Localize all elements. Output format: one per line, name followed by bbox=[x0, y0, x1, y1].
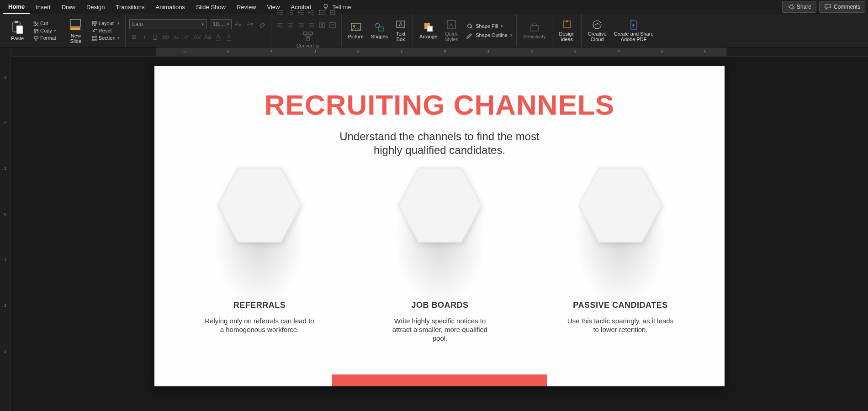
tab-slideshow[interactable]: Slide Show bbox=[191, 1, 231, 13]
align-right-button[interactable] bbox=[296, 20, 306, 30]
justify-button[interactable] bbox=[307, 20, 317, 30]
paste-button[interactable]: Paste bbox=[7, 19, 27, 42]
svg-text:A: A bbox=[399, 21, 402, 28]
svg-point-15 bbox=[277, 10, 278, 11]
shape-outline-button[interactable]: Shape Outline▾ bbox=[466, 31, 513, 39]
svg-point-28 bbox=[353, 25, 355, 27]
superscript-button[interactable]: x² bbox=[182, 32, 192, 42]
clear-format-button[interactable] bbox=[257, 19, 267, 29]
slide-title[interactable]: RECRUITING CHANNELS bbox=[154, 89, 725, 121]
subscript-button[interactable]: x₂ bbox=[171, 32, 181, 42]
quick-styles-button[interactable]: A QuickStyles bbox=[442, 18, 461, 43]
svg-rect-22 bbox=[323, 23, 324, 27]
share-icon bbox=[787, 3, 794, 11]
share-button[interactable]: Share bbox=[782, 1, 816, 13]
paste-label: Paste bbox=[11, 36, 24, 41]
tab-animations[interactable]: Animations bbox=[150, 1, 191, 13]
comment-icon bbox=[824, 3, 831, 11]
svg-rect-38 bbox=[531, 26, 538, 31]
bucket-icon bbox=[466, 22, 473, 30]
font-name-field[interactable]: Lato▾ bbox=[129, 19, 207, 29]
spacing-icon bbox=[318, 9, 326, 16]
columns-icon bbox=[318, 21, 326, 29]
group-font: Lato▾ 10....▾ A▴ A▾ B I U ab x₂ x² AV Aa… bbox=[126, 14, 271, 47]
text-direction-button[interactable] bbox=[328, 7, 338, 17]
shapes-button[interactable]: Shapes bbox=[368, 21, 391, 40]
svg-rect-34 bbox=[427, 26, 433, 32]
tab-design[interactable]: Design bbox=[81, 1, 110, 13]
svg-text:3: 3 bbox=[287, 13, 289, 16]
justify-icon bbox=[308, 21, 315, 29]
copy-button[interactable]: Copy▾ bbox=[31, 27, 58, 34]
decrease-indent-button[interactable] bbox=[296, 7, 306, 17]
cut-button[interactable]: Cut bbox=[31, 20, 58, 26]
reset-button[interactable]: Reset bbox=[90, 27, 122, 34]
textbox-button[interactable]: A TextBox bbox=[392, 18, 409, 43]
adobe-pdf-button[interactable]: Create and ShareAdobe PDF bbox=[611, 18, 656, 43]
creative-cloud-icon bbox=[592, 19, 603, 30]
indent-icon bbox=[308, 9, 315, 16]
align-text-button[interactable] bbox=[328, 20, 338, 30]
svg-point-37 bbox=[471, 26, 472, 28]
creative-cloud-button[interactable]: CreativeCloud bbox=[585, 18, 609, 43]
font-size-field[interactable]: 10....▾ bbox=[211, 19, 232, 29]
decrease-font-button[interactable]: A▾ bbox=[245, 19, 255, 29]
svg-point-40 bbox=[593, 21, 601, 29]
strike-button[interactable]: ab bbox=[161, 32, 171, 42]
column-jobboards[interactable]: JOB BOARDS Write highly specific notices… bbox=[358, 166, 522, 342]
svg-rect-26 bbox=[306, 37, 310, 40]
sensitivity-button[interactable]: Sensitivity bbox=[520, 21, 549, 40]
align-left-button[interactable] bbox=[275, 20, 285, 30]
comments-label: Comments bbox=[834, 4, 860, 10]
pen-icon bbox=[466, 32, 473, 39]
textbox-icon: A bbox=[395, 19, 406, 30]
tab-draw[interactable]: Draw bbox=[56, 1, 81, 13]
numbering-button[interactable]: 123 bbox=[286, 7, 296, 17]
svg-marker-41 bbox=[218, 168, 301, 242]
comments-button[interactable]: Comments bbox=[819, 1, 865, 13]
increase-font-button[interactable]: A▴ bbox=[233, 19, 243, 29]
font-color-button[interactable]: A bbox=[224, 32, 234, 42]
slide-canvas[interactable]: RECRUITING CHANNELS Understand the chann… bbox=[154, 66, 725, 386]
increase-indent-button[interactable] bbox=[307, 7, 317, 17]
layout-button[interactable]: Layout▾ bbox=[90, 20, 122, 26]
svg-rect-6 bbox=[34, 29, 38, 33]
tab-insert[interactable]: Insert bbox=[30, 1, 56, 13]
design-ideas-button[interactable]: DesignIdeas bbox=[556, 18, 577, 43]
arrange-button[interactable]: Arrange bbox=[417, 21, 440, 40]
shape-fill-button[interactable]: Shape Fill▾ bbox=[466, 22, 513, 30]
change-case-button[interactable]: Aa bbox=[203, 32, 213, 42]
column-passive[interactable]: PASSIVE CANDIDATES Use this tactic spari… bbox=[538, 166, 703, 334]
design-ideas-icon bbox=[561, 19, 572, 30]
tab-transitions[interactable]: Transitions bbox=[110, 1, 150, 13]
tab-review[interactable]: Review bbox=[231, 1, 262, 13]
char-spacing-button[interactable]: AV bbox=[192, 32, 202, 42]
column-referrals[interactable]: REFERRALS Relying only on referrals can … bbox=[177, 166, 342, 334]
svg-text:A: A bbox=[449, 22, 453, 29]
columns-button[interactable] bbox=[317, 20, 327, 30]
align-center-button[interactable] bbox=[286, 20, 296, 30]
align-left-icon bbox=[276, 21, 284, 29]
section-button[interactable]: Section▾ bbox=[90, 35, 122, 41]
bullets-button[interactable] bbox=[275, 7, 285, 17]
format-painter-button[interactable]: Format bbox=[31, 35, 58, 41]
bold-button[interactable]: B bbox=[129, 32, 139, 42]
italic-button[interactable]: I bbox=[140, 32, 150, 42]
svg-rect-25 bbox=[309, 32, 312, 35]
picture-button[interactable]: Picture bbox=[345, 21, 366, 40]
slide-surface[interactable]: RECRUITING CHANNELS Understand the chann… bbox=[11, 57, 868, 411]
svg-rect-30 bbox=[379, 27, 383, 31]
layout-icon bbox=[91, 21, 97, 26]
highlight-button[interactable]: A bbox=[213, 32, 223, 42]
slide-subtitle[interactable]: Understand the channels to find the most… bbox=[154, 130, 725, 157]
new-slide-button[interactable]: NewSlide bbox=[66, 16, 86, 45]
underline-button[interactable]: U bbox=[150, 32, 160, 42]
line-spacing-button[interactable] bbox=[317, 7, 327, 17]
tab-home[interactable]: Home bbox=[3, 0, 30, 14]
svg-rect-39 bbox=[563, 21, 571, 27]
numbering-icon: 123 bbox=[287, 9, 294, 16]
hexagon-icon bbox=[577, 166, 664, 244]
svg-rect-8 bbox=[70, 19, 80, 26]
new-slide-icon bbox=[69, 17, 83, 32]
group-sensitivity: Sensitivity bbox=[517, 14, 553, 47]
